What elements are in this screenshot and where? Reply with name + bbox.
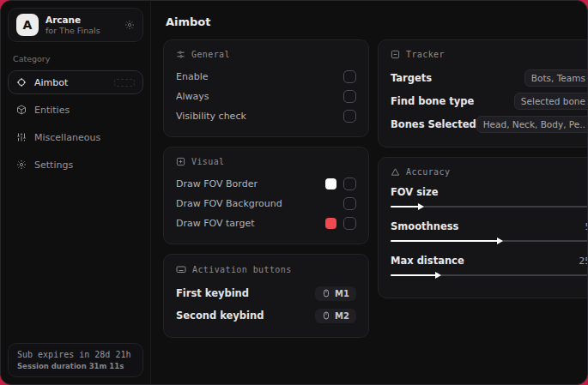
card-title: Visual (191, 157, 225, 166)
subscription-info-card: Sub expires in 28d 21h Session duration … (8, 343, 143, 377)
triangle-icon (391, 167, 400, 177)
first-keybind-button[interactable]: M1 (315, 286, 356, 301)
always-checkbox[interactable] (343, 90, 356, 103)
setting-row-visibility-check: Visibility check (176, 106, 356, 126)
max-distance-slider[interactable] (391, 271, 587, 280)
tracker-row-bones-selected: Bones Selected Head, Neck, Body, Pe.. (391, 113, 587, 135)
slider-thumb[interactable] (435, 272, 441, 279)
gear-icon[interactable] (124, 20, 135, 30)
setting-label: Draw FOV target (176, 218, 255, 229)
app-subtitle: for The Finals (45, 26, 118, 36)
sidebar-item-label: Aimbot (34, 77, 68, 88)
slider-value: 50.0 (585, 221, 587, 232)
setting-label: Draw FOV Background (176, 198, 282, 209)
accuracy-card: Accuracy FOV size 50° (378, 157, 587, 298)
sidebar-item-entities[interactable]: Entities (8, 98, 143, 122)
keybind-placeholder (114, 79, 135, 87)
setting-row-fov-background: Draw FOV Background (176, 194, 356, 214)
fov-background-checkbox[interactable] (343, 197, 356, 210)
keybind-row-first: First keybind M1 (176, 282, 356, 304)
card-title: Activation buttons (192, 265, 292, 274)
sidebar-item-settings[interactable]: Settings (8, 153, 143, 177)
activation-buttons-card: Activation buttons First keybind M1 (163, 254, 369, 338)
sub-expiry-text: Sub expires in 28d 21h (17, 350, 134, 359)
sidebar-item-aimbot[interactable]: Aimbot (8, 70, 143, 94)
setting-row-fov-target: Draw FOV target (176, 214, 356, 233)
setting-row-fov-border: Draw FOV Border (176, 174, 356, 194)
color-swatch[interactable] (325, 178, 336, 189)
sidebar-item-label: Settings (34, 159, 73, 171)
gear-icon (16, 159, 27, 170)
dropdown-value: Bots, Teams (531, 73, 585, 83)
slider-label: Max distance (391, 255, 464, 267)
sidebar-item-label: Miscellaneous (34, 132, 100, 143)
tracker-row-find-bone-type: Find bone type Selected bone (391, 90, 587, 112)
setting-label: Visibility check (176, 111, 246, 122)
color-swatch[interactable] (325, 218, 336, 229)
enable-checkbox[interactable] (343, 70, 356, 83)
keyboard-icon (176, 264, 186, 274)
keybind-value: M1 (335, 289, 349, 298)
setting-row-enable: Enable (176, 67, 356, 87)
tracker-label: Find bone type (391, 95, 474, 107)
keybind-label: Second keybind (176, 310, 264, 322)
slider-group-fov-size: FOV size 50° (391, 184, 587, 211)
fov-size-slider[interactable] (391, 202, 587, 211)
find-bone-type-dropdown[interactable]: Selected bone (514, 93, 587, 110)
dropdown-value: Selected bone (521, 96, 585, 106)
fov-target-checkbox[interactable] (343, 217, 356, 230)
tracker-label: Targets (391, 72, 432, 84)
cube-icon (16, 105, 27, 115)
sidebar-nav: Aimbot Entities (8, 70, 143, 177)
app-title: Arcane (45, 15, 118, 26)
visibility-check-checkbox[interactable] (343, 110, 356, 123)
category-label: Category (13, 54, 143, 63)
session-duration-text: Session duration 31m 11s (17, 362, 134, 370)
setting-label: Enable (176, 71, 208, 82)
main-content: Aimbot General (151, 1, 587, 384)
second-keybind-button[interactable]: M2 (315, 309, 356, 323)
keybind-value: M2 (335, 311, 349, 321)
slider-label: FOV size (391, 186, 439, 198)
smoothness-slider[interactable] (391, 237, 587, 245)
keybind-label: First keybind (176, 287, 249, 299)
sidebar-item-miscellaneous[interactable]: Miscellaneous (8, 125, 143, 149)
app-logo: A (16, 14, 39, 36)
bones-selected-dropdown[interactable]: Head, Neck, Body, Pe.. (476, 116, 587, 133)
page-title: Aimbot (166, 15, 575, 28)
slider-group-smoothness: Smoothness 50.0 (391, 219, 587, 245)
mouse-icon (322, 289, 330, 298)
minus-square-icon (391, 50, 400, 59)
tracker-row-targets: Targets Bots, Teams (391, 67, 587, 89)
crosshair-icon (16, 77, 27, 87)
sidebar: A Arcane for The Finals Category (1, 1, 151, 384)
setting-label: Draw FOV Border (176, 178, 258, 189)
setting-label: Always (176, 91, 209, 102)
slider-group-max-distance: Max distance 250m (391, 253, 587, 280)
setting-row-always: Always (176, 87, 356, 106)
slider-label: Smoothness (391, 220, 458, 232)
dropdown-value: Head, Neck, Body, Pe.. (483, 119, 585, 129)
fov-border-checkbox[interactable] (343, 177, 356, 190)
slider-thumb[interactable] (497, 238, 503, 244)
tracker-card: Tracker Targets Bots, Teams (378, 39, 587, 147)
logo-card: A Arcane for The Finals (8, 8, 143, 42)
app-window: A Arcane for The Finals Category (0, 0, 588, 385)
slider-value: 250m (579, 256, 587, 267)
sliders-vertical-icon (16, 132, 27, 142)
card-title: Tracker (406, 50, 445, 59)
card-title: Accuracy (406, 167, 450, 177)
keybind-row-second: Second keybind M2 (176, 304, 356, 327)
visual-card: Visual Draw FOV Border Draw FOV Backgrou… (163, 147, 369, 244)
tracker-label: Bones Selected (391, 118, 476, 130)
sidebar-item-label: Entities (34, 105, 70, 116)
card-title: General (191, 50, 230, 59)
slider-thumb[interactable] (418, 203, 424, 210)
image-icon (176, 157, 185, 166)
mouse-icon (322, 311, 330, 320)
sliders-icon (176, 50, 185, 59)
targets-dropdown[interactable]: Bots, Teams (524, 69, 587, 87)
general-card: General Enable Always Visibility check (163, 39, 369, 137)
